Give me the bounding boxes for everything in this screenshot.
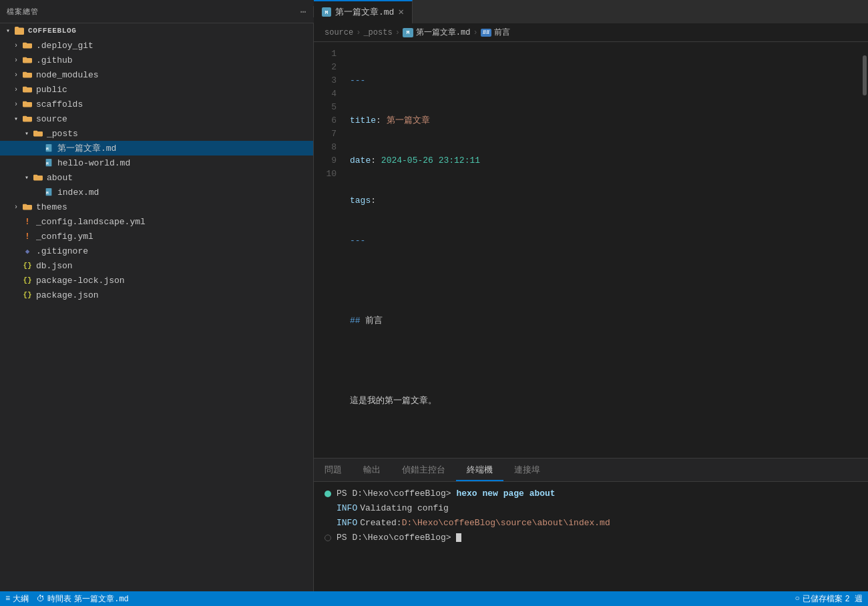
deploy-git-label: .deploy_git xyxy=(36,41,93,51)
panel-tabs: 問題 輸出 偵錯主控台 終端機 連接埠 xyxy=(314,459,868,482)
code-line-4: tags: xyxy=(347,194,859,208)
terminal-line-2: INFO Validating config xyxy=(324,502,857,515)
source-arrow xyxy=(11,115,21,123)
tree-item-config-yml[interactable]: ! _config.yml xyxy=(0,229,313,244)
breadcrumb-md-icon: M xyxy=(403,28,413,37)
status-right: ○ 已儲存檔案 2 週 xyxy=(795,593,863,605)
tree-item-gitignore[interactable]: ◆ .gitignore xyxy=(0,244,313,258)
posts-folder-icon xyxy=(32,127,44,139)
code-line-3: date: 2024-05-26 23:12:11 xyxy=(347,154,859,168)
tab-first-article[interactable]: M 第一篇文章.md ✕ xyxy=(314,0,413,23)
about-folder-icon xyxy=(32,172,44,184)
tab-problems[interactable]: 問題 xyxy=(314,460,353,481)
terminal-info-text-1: Validating config xyxy=(360,502,449,515)
editor-area: source › _posts › M 第一篇文章.md › ## 前言 1 2… xyxy=(314,23,868,591)
code-line-10 xyxy=(347,434,859,448)
main-layout: COFFEEBLOG .deploy_git .github node_modu… xyxy=(0,23,868,591)
svg-text:M: M xyxy=(46,162,49,166)
terminal-text-1: PS D:\Hexo\coffeeBlog> hexo new page abo… xyxy=(337,487,556,501)
tab-bar: M 第一篇文章.md ✕ xyxy=(314,0,868,23)
tree-item-deploy-git[interactable]: .deploy_git xyxy=(0,38,313,53)
code-line-8 xyxy=(347,354,859,368)
terminal-line-1: PS D:\Hexo\coffeeBlog> hexo new page abo… xyxy=(324,487,857,501)
code-editor[interactable]: 1 2 3 4 5 6 7 8 9 10 --- title: 第一篇文章 da… xyxy=(314,42,859,458)
themes-label: themes xyxy=(36,202,67,212)
more-icon[interactable]: ⋯ xyxy=(300,6,306,17)
tree-item-index-md[interactable]: M index.md xyxy=(0,185,313,200)
gitignore-icon: ◆ xyxy=(21,245,33,257)
tab-label: 第一篇文章.md xyxy=(335,6,394,18)
breadcrumb-posts: _posts xyxy=(363,28,392,37)
bottom-panel: 問題 輸出 偵錯主控台 終端機 連接埠 xyxy=(314,458,868,591)
config-landscape-label: _config.landscape.yml xyxy=(36,217,146,227)
terminal-line-3: INFO Created: D:\Hexo\coffeeBlog\source\… xyxy=(324,517,857,530)
hello-world-label: hello-world.md xyxy=(57,158,130,168)
terminal-info-label-1: INFO xyxy=(337,502,357,515)
editor-with-scrollbar: 1 2 3 4 5 6 7 8 9 10 --- title: 第一篇文章 da… xyxy=(314,42,868,458)
db-json-icon: {} xyxy=(21,260,33,272)
tab-close-button[interactable]: ✕ xyxy=(398,7,403,17)
tree-item-github[interactable]: .github xyxy=(0,53,313,67)
file-explorer-sidebar: COFFEEBLOG .deploy_git .github node_modu… xyxy=(0,23,314,591)
md-icon: M xyxy=(322,7,331,17)
terminal-content[interactable]: PS D:\Hexo\coffeeBlog> hexo new page abo… xyxy=(314,482,868,591)
deploy-git-arrow xyxy=(11,42,21,49)
editor-scrollbar[interactable] xyxy=(859,42,868,458)
package-json-icon: {} xyxy=(21,289,33,301)
top-bar: 檔案總管 ⋯ M 第一篇文章.md ✕ xyxy=(0,0,868,23)
tab-ports[interactable]: 連接埠 xyxy=(503,460,551,481)
status-timeline[interactable]: ⏱ 時間表 第一篇文章.md xyxy=(37,593,129,605)
tree-item-package-json[interactable]: {} package.json xyxy=(0,288,313,302)
tree-item-db-json[interactable]: {} db.json xyxy=(0,258,313,273)
github-arrow xyxy=(11,57,21,64)
saved-time: 2 週 xyxy=(845,593,863,605)
terminal-prompt-2: PS D:\Hexo\coffeeBlog> xyxy=(337,531,461,545)
tab-debug-console[interactable]: 偵錯主控台 xyxy=(391,460,456,481)
sidebar-header: 檔案總管 ⋯ xyxy=(0,6,314,17)
index-md-label: index.md xyxy=(57,188,99,198)
tree-item-public[interactable]: public xyxy=(0,82,313,97)
tree-item-first-article[interactable]: M 第一篇文章.md xyxy=(0,141,313,156)
tree-item-package-lock[interactable]: {} package-lock.json xyxy=(0,273,313,288)
sidebar-title: 檔案總管 xyxy=(7,7,39,17)
saved-icon: ○ xyxy=(795,594,799,603)
deploy-git-folder-icon xyxy=(21,39,33,51)
tree-item-themes[interactable]: themes xyxy=(0,200,313,214)
scaffolds-label: scaffolds xyxy=(36,99,83,109)
code-line-7: ## 前言 xyxy=(347,314,859,328)
code-line-1: --- xyxy=(347,74,859,87)
breadcrumb-section-icon: ## xyxy=(481,29,492,37)
package-lock-icon: {} xyxy=(21,274,33,286)
index-md-icon: M xyxy=(43,186,55,198)
timeline-label: 時間表 xyxy=(47,593,71,605)
tree-item-hello-world[interactable]: M hello-world.md xyxy=(0,156,313,170)
tree-item-node-modules[interactable]: node_modules xyxy=(0,67,313,82)
saved-label: 已儲存檔案 xyxy=(803,593,843,605)
tree-root-coffeeblog[interactable]: COFFEEBLOG xyxy=(0,23,313,38)
scaffolds-arrow xyxy=(11,101,21,108)
config-yml-icon: ! xyxy=(21,230,33,242)
timeline-file: 第一篇文章.md xyxy=(74,593,129,605)
tree-item-source[interactable]: source xyxy=(0,111,313,126)
code-line-2: title: 第一篇文章 xyxy=(347,114,859,127)
line-numbers: 1 2 3 4 5 6 7 8 9 10 xyxy=(314,47,347,452)
outline-icon: ≡ xyxy=(5,594,10,603)
editor-scrollbar-thumb xyxy=(863,55,867,95)
status-outline[interactable]: ≡ 大綱 xyxy=(5,593,29,605)
tree-item-config-landscape[interactable]: ! _config.landscape.yml xyxy=(0,214,313,229)
sidebar-header-icons: ⋯ xyxy=(300,6,306,17)
breadcrumb-source: source xyxy=(324,28,353,37)
root-arrow xyxy=(3,27,13,35)
tree-item-scaffolds[interactable]: scaffolds xyxy=(0,97,313,111)
tree-item-posts[interactable]: _posts xyxy=(0,126,313,141)
public-arrow xyxy=(11,86,21,93)
scaffolds-folder-icon xyxy=(21,98,33,110)
svg-text:M: M xyxy=(46,191,49,196)
source-folder-icon xyxy=(21,113,33,125)
about-label: about xyxy=(47,173,73,183)
tab-terminal[interactable]: 終端機 xyxy=(456,460,503,481)
tree-item-about[interactable]: about xyxy=(0,170,313,185)
tab-output[interactable]: 輸出 xyxy=(353,460,391,481)
first-article-label: 第一篇文章.md xyxy=(57,142,116,154)
outline-label: 大綱 xyxy=(13,593,29,605)
